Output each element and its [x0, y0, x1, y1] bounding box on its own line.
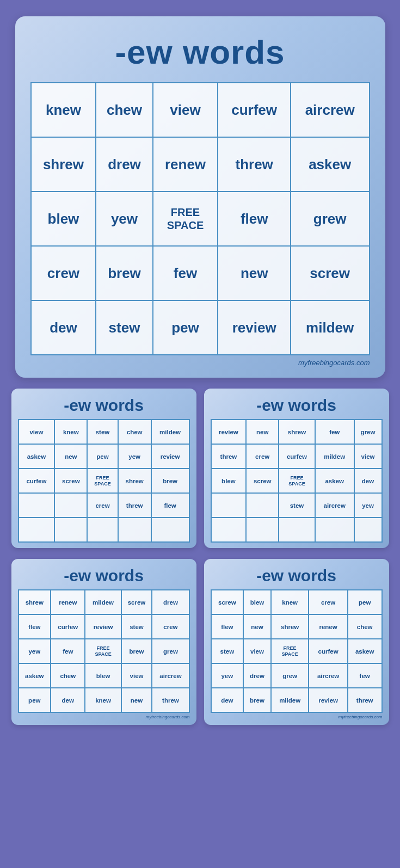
bingo-cell: chew	[118, 420, 151, 444]
small-cards-row-1: -ew words viewknewstewchewmildewaskewnew…	[0, 389, 400, 548]
bingo-cell: pew	[19, 688, 51, 712]
bingo-cell: FREESPACE	[85, 639, 121, 663]
bingo-cell: few	[315, 420, 354, 444]
bingo-cell: few	[348, 663, 382, 688]
bingo-cell	[279, 518, 315, 542]
bingo-cell: pew	[87, 444, 118, 469]
bingo-cell: chew	[51, 663, 85, 688]
main-website: myfreebingocards.com	[30, 359, 370, 367]
bingo-cell: curfew	[51, 614, 85, 639]
card4-title: -ew words	[18, 567, 190, 585]
bingo-cell: blew	[211, 469, 247, 493]
bingo-cell: aircrew	[152, 663, 189, 688]
bingo-cell: screw	[246, 469, 279, 493]
bingo-cell: aircrew	[315, 493, 354, 518]
bingo-cell: stew	[279, 493, 315, 518]
bingo-cell: brew	[151, 469, 189, 493]
bingo-cell: mildew	[315, 444, 354, 469]
bingo-cell: askew	[19, 663, 51, 688]
bingo-cell: review	[309, 688, 347, 712]
bingo-cell: grew	[354, 420, 382, 444]
bingo-cell: askew	[348, 639, 382, 663]
bingo-cell: chew	[348, 614, 382, 639]
bingo-cell	[54, 518, 87, 542]
small-cards-row-2: -ew words shrewrenewmildewscrewdrewflewc…	[0, 559, 400, 725]
bingo-cell: drew	[152, 590, 189, 614]
bingo-cell: grew	[291, 192, 370, 246]
bingo-cell: FREESPACE	[271, 639, 309, 663]
bingo-cell: threw	[218, 137, 290, 192]
card5-grid: screwblewknewcrewpewflewnewshrewrenewche…	[211, 589, 383, 713]
bingo-cell: mildew	[271, 688, 309, 712]
bingo-cell: curfew	[218, 83, 290, 137]
bingo-cell: flew	[218, 192, 290, 246]
bingo-cell: mildew	[85, 590, 121, 614]
bingo-cell: crew	[309, 590, 347, 614]
bingo-cell: yew	[211, 663, 244, 688]
bingo-cell: new	[54, 444, 87, 469]
small-card-5: -ew words screwblewknewcrewpewflewnewshr…	[204, 559, 389, 725]
bingo-cell: blew	[243, 590, 271, 614]
bingo-cell	[211, 493, 247, 518]
card3-grid: reviewnewshrewfewgrewthrewcrewcurfewmild…	[211, 419, 383, 543]
bingo-cell: flew	[151, 493, 189, 518]
bingo-cell: screw	[211, 590, 244, 614]
bingo-cell: flew	[211, 614, 244, 639]
main-bingo-grid: knewchewviewcurfewaircrewshrewdrewrenewt…	[30, 82, 370, 355]
bingo-cell: view	[354, 444, 382, 469]
bingo-cell: new	[246, 420, 279, 444]
bingo-cell: grew	[271, 663, 309, 688]
bingo-cell: few	[153, 246, 218, 300]
bingo-cell	[354, 518, 382, 542]
bingo-cell: new	[218, 246, 290, 300]
bingo-cell: drew	[243, 663, 271, 688]
bingo-cell	[246, 518, 279, 542]
small-card-4: -ew words shrewrenewmildewscrewdrewflewc…	[11, 559, 196, 725]
main-bingo-card: -ew words knewchewviewcurfewaircrewshrew…	[15, 16, 385, 378]
bingo-cell: stew	[121, 614, 152, 639]
bingo-cell: threw	[348, 688, 382, 712]
card3-title: -ew words	[211, 396, 383, 415]
bingo-cell: stew	[211, 639, 244, 663]
bingo-cell: FREESPACE	[87, 469, 118, 493]
bingo-cell: renew	[51, 590, 85, 614]
bingo-cell: shrew	[19, 590, 51, 614]
main-title: -ew words	[30, 33, 370, 71]
bingo-cell	[54, 493, 87, 518]
bingo-cell: grew	[152, 639, 189, 663]
card5-title: -ew words	[211, 567, 383, 585]
bingo-cell: mildew	[291, 300, 370, 355]
bingo-cell	[19, 518, 55, 542]
bingo-cell: aircrew	[291, 83, 370, 137]
bingo-cell: new	[121, 688, 152, 712]
bingo-cell: brew	[121, 639, 152, 663]
bingo-cell: screw	[121, 590, 152, 614]
bingo-cell: knew	[54, 420, 87, 444]
card4-website: myfreebingocards.com	[18, 715, 190, 719]
bingo-cell: dew	[354, 469, 382, 493]
small-card-2: -ew words viewknewstewchewmildewaskewnew…	[11, 389, 196, 548]
bingo-cell: yew	[19, 639, 51, 663]
bingo-cell: renew	[153, 137, 218, 192]
bingo-cell: new	[243, 614, 271, 639]
bingo-cell: few	[51, 639, 85, 663]
bingo-cell: threw	[152, 688, 189, 712]
bingo-cell: yew	[354, 493, 382, 518]
bingo-cell: knew	[85, 688, 121, 712]
small-card-3: -ew words reviewnewshrewfewgrewthrewcrew…	[204, 389, 389, 548]
bingo-cell: chew	[96, 83, 152, 137]
bingo-cell	[315, 518, 354, 542]
bingo-cell: dew	[51, 688, 85, 712]
bingo-cell	[211, 518, 247, 542]
bingo-cell: mildew	[151, 420, 189, 444]
bingo-cell: review	[151, 444, 189, 469]
bingo-cell: shrew	[31, 137, 96, 192]
bingo-cell: FREESPACE	[279, 469, 315, 493]
bingo-cell: view	[121, 663, 152, 688]
bingo-cell: blew	[85, 663, 121, 688]
bingo-cell: pew	[348, 590, 382, 614]
bingo-cell: review	[85, 614, 121, 639]
bingo-cell: crew	[87, 493, 118, 518]
bingo-cell: crew	[152, 614, 189, 639]
bingo-cell: review	[211, 420, 247, 444]
